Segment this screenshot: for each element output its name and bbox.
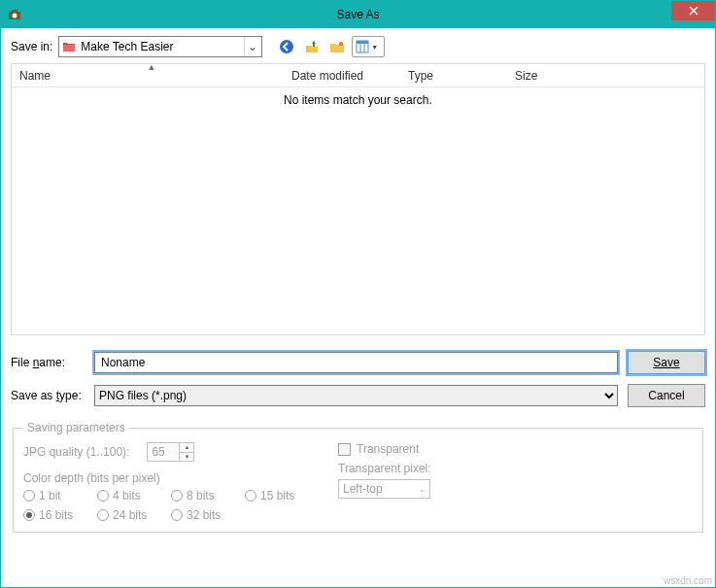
svg-rect-8 — [357, 41, 368, 44]
chevron-down-icon: ⌄ — [419, 485, 426, 494]
transparent-pixel-label: Transparent pixel: — [338, 462, 693, 475]
svg-point-2 — [13, 14, 17, 18]
jpg-quality-label: JPG quality (1..100): — [23, 445, 129, 459]
radio-8bits[interactable]: 8 bits — [171, 489, 225, 502]
cancel-button[interactable]: Cancel — [628, 384, 705, 407]
watermark: wsxdn.com — [664, 575, 712, 586]
chevron-down-icon: ⌄ — [244, 38, 259, 55]
close-button[interactable] — [671, 1, 715, 20]
chevron-down-icon: ▼ — [371, 44, 378, 51]
titlebar: Save As — [1, 1, 715, 28]
up-button[interactable] — [301, 36, 323, 57]
column-name[interactable]: Name ▲ — [12, 64, 284, 86]
color-depth-label: Color depth (bits per pixel) — [23, 471, 299, 485]
camera-icon — [7, 7, 22, 22]
spinner-up-icon[interactable]: ▲ — [180, 443, 193, 453]
column-date[interactable]: Date modified — [284, 64, 400, 86]
savetype-combo[interactable]: PNG files (*.png) — [94, 385, 618, 406]
jpg-quality-input[interactable] — [148, 443, 179, 461]
svg-point-6 — [341, 43, 343, 45]
new-folder-button[interactable] — [326, 36, 348, 57]
window-title: Save As — [1, 8, 715, 21]
column-size[interactable]: Size — [507, 64, 585, 86]
saving-parameters: Saving parameters JPG quality (1..100): … — [13, 421, 703, 533]
spinner-down-icon[interactable]: ▼ — [180, 453, 193, 462]
radio-4bits[interactable]: 4 bits — [97, 489, 152, 502]
transparent-pixel-combo[interactable]: Left-top ⌄ — [338, 479, 430, 499]
params-legend: Saving parameters — [23, 421, 129, 434]
transparent-checkbox[interactable]: Transparent — [338, 442, 693, 456]
save-button[interactable]: Save — [628, 351, 705, 374]
column-headers: Name ▲ Date modified Type Size — [12, 64, 704, 87]
svg-point-4 — [280, 40, 293, 53]
checkbox-icon — [338, 443, 351, 456]
radio-24bits[interactable]: 24 bits — [97, 508, 152, 522]
radio-15bits[interactable]: 15 bits — [245, 489, 299, 502]
savetype-label: Save as type: — [11, 389, 85, 402]
radio-32bits[interactable]: 32 bits — [171, 508, 225, 522]
filename-label: File name: — [11, 356, 85, 369]
jpg-quality-spinner[interactable]: ▲ ▼ — [147, 442, 194, 462]
view-menu-button[interactable]: ▼ — [352, 36, 385, 57]
radio-1bit[interactable]: 1 bit — [23, 489, 78, 502]
sort-indicator-icon: ▲ — [148, 62, 156, 72]
file-list[interactable]: Name ▲ Date modified Type Size No items … — [11, 63, 705, 335]
back-button[interactable] — [276, 36, 297, 57]
save-in-value: Make Tech Easier — [81, 40, 244, 53]
filename-input[interactable] — [94, 352, 618, 373]
empty-message: No items match your search. — [12, 87, 704, 107]
folder-icon — [61, 39, 77, 54]
svg-rect-3 — [63, 45, 75, 52]
save-in-label: Save in: — [11, 40, 52, 53]
nav-toolbar: ▼ — [276, 36, 385, 57]
save-in-combo[interactable]: Make Tech Easier ⌄ — [58, 36, 262, 57]
radio-16bits[interactable]: 16 bits — [23, 508, 78, 522]
svg-rect-1 — [12, 10, 17, 13]
column-type[interactable]: Type — [400, 64, 507, 86]
